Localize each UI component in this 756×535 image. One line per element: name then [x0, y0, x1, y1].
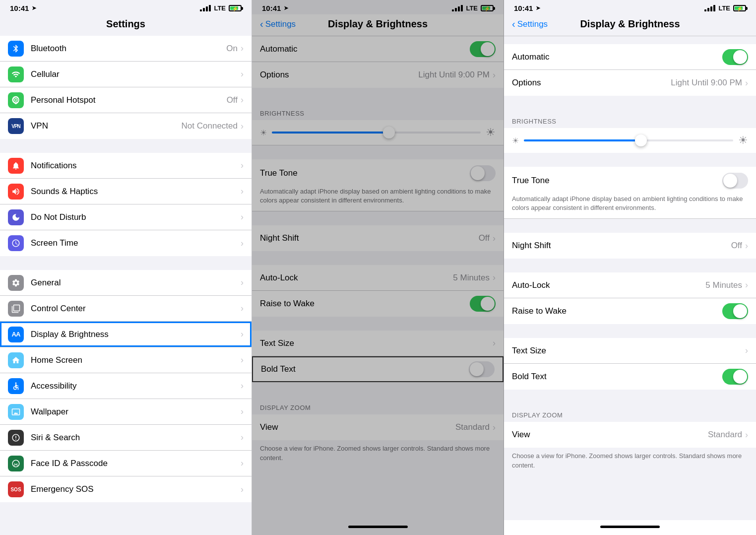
brightness-track-3[interactable] [524, 139, 733, 141]
boldtext-row-3[interactable]: Bold Text [504, 364, 756, 390]
back-chevron-2: ‹ [260, 18, 263, 30]
raisetowake-row-3[interactable]: Raise to Wake [504, 298, 756, 324]
settings-list: Bluetooth On › Cellular › Personal Hotsp… [0, 36, 252, 535]
status-bar-2: 10:41 ➤ LTE ⚡ [252, 0, 504, 14]
signal-bars-3 [704, 5, 715, 11]
truetone-row-3[interactable]: True Tone [504, 167, 756, 195]
brightness-row-2[interactable]: ☀ ☀ [252, 120, 504, 145]
textsize-row-3[interactable]: Text Size › [504, 338, 756, 364]
view-label-2: View [260, 422, 455, 432]
view-row-2[interactable]: View Standard › [252, 414, 504, 440]
options-row-2[interactable]: Options Light Until 9:00 PM › [252, 62, 504, 88]
status-right-3: LTE ⚡ [704, 4, 746, 12]
sounds-row[interactable]: Sounds & Haptics › [0, 179, 252, 204]
general-label: General [31, 278, 241, 288]
bluetooth-chevron: › [241, 43, 244, 54]
raisetowake-row-2[interactable]: Raise to Wake [252, 291, 504, 317]
section-gap-2 [0, 256, 252, 270]
signal-bar-10 [707, 8, 709, 11]
display-section: General › Control Center › AA Display & … [0, 270, 252, 502]
automatic-toggle-3[interactable] [722, 49, 748, 65]
gap-2-3 [504, 153, 756, 167]
brightness-track-2[interactable] [272, 132, 481, 134]
display-panel-2: 10:41 ➤ LTE ⚡ ‹ Settings Display & Brigh… [252, 0, 504, 535]
signal-bar-8 [461, 5, 463, 11]
sos-icon: SOS [8, 481, 24, 497]
status-right-2: LTE ⚡ [452, 4, 494, 12]
location-icon-2: ➤ [284, 5, 288, 11]
options-value-3: Light Until 9:00 PM [671, 78, 742, 88]
raisetowake-toggle-2[interactable] [470, 296, 496, 312]
gap-5-3 [504, 324, 756, 338]
truetone-label-3: True Tone [512, 176, 722, 186]
textsize-label-3: Text Size [512, 346, 745, 356]
siri-label: Siri & Search [31, 433, 241, 443]
controlcenter-row[interactable]: Control Center › [0, 296, 252, 322]
screentime-row[interactable]: Screen Time › [0, 230, 252, 256]
automatic-row-2[interactable]: Automatic [252, 36, 504, 62]
back-button-3[interactable]: ‹ Settings [512, 18, 548, 30]
autolock-row-2[interactable]: Auto-Lock 5 Minutes › [252, 265, 504, 291]
boldtext-row-2[interactable]: Bold Text [252, 356, 504, 382]
screentime-icon [8, 235, 24, 251]
wallpaper-row[interactable]: Wallpaper › [0, 399, 252, 425]
homescreen-row[interactable]: Home Screen › [0, 347, 252, 373]
autolock-section-3: Auto-Lock 5 Minutes › Raise to Wake [504, 272, 756, 324]
displayzoom-header-2: DISPLAY ZOOM [252, 396, 504, 414]
automatic-row-3[interactable]: Automatic [504, 44, 756, 70]
accessibility-row[interactable]: Accessibility › [0, 373, 252, 399]
dnd-row[interactable]: Do Not Disturb › [0, 204, 252, 230]
status-bar-1: 10:41 ➤ LTE ⚡ [0, 0, 252, 14]
back-button-2[interactable]: ‹ Settings [260, 18, 296, 30]
raisetowake-toggle-3[interactable] [722, 303, 748, 319]
back-chevron-3: ‹ [512, 18, 515, 30]
homescreen-label: Home Screen [31, 355, 241, 365]
boldtext-toggle-2[interactable] [469, 361, 495, 377]
sos-chevron: › [241, 484, 244, 495]
screentime-label: Screen Time [31, 238, 241, 248]
hotspot-row[interactable]: Personal Hotspot Off › [0, 87, 252, 113]
settings-panel: 10:41 ➤ LTE ⚡ Settings [0, 0, 252, 535]
autolock-row-3[interactable]: Auto-Lock 5 Minutes › [504, 272, 756, 298]
textsize-label-2: Text Size [260, 338, 493, 348]
dnd-icon [8, 209, 24, 225]
controlcenter-icon [8, 301, 24, 317]
boldtext-toggle-3[interactable] [722, 369, 748, 385]
truetone-toggle-3[interactable] [722, 173, 748, 189]
automatic-toggle-2[interactable] [470, 41, 496, 57]
view-row-3[interactable]: View Standard › [504, 422, 756, 448]
truetone-row-2[interactable]: True Tone [252, 159, 504, 187]
nightshift-row-3[interactable]: Night Shift Off › [504, 233, 756, 259]
siri-row[interactable]: Siri & Search › [0, 425, 252, 451]
brightness-row-3[interactable]: ☀ ☀ [504, 128, 756, 153]
nightshift-chevron-3: › [745, 241, 748, 251]
brightness-fill-2 [272, 132, 387, 134]
accessibility-chevron: › [241, 381, 244, 391]
signal-bar-1 [200, 9, 202, 11]
status-bar-3: 10:41 ➤ LTE ⚡ [504, 0, 756, 14]
cellular-row[interactable]: Cellular › [0, 62, 252, 87]
view-label-3: View [512, 430, 708, 440]
lte-label-2: LTE [466, 4, 478, 12]
bluetooth-row[interactable]: Bluetooth On › [0, 36, 252, 62]
vpn-icon: VPN [8, 118, 24, 134]
signal-bar-7 [458, 6, 460, 11]
general-row[interactable]: General › [0, 270, 252, 296]
nightshift-row-2[interactable]: Night Shift Off › [252, 225, 504, 251]
display-content-2: Automatic Options Light Until 9:00 PM › … [252, 36, 504, 520]
view-chevron-3: › [745, 430, 748, 440]
status-left-1: 10:41 ➤ [10, 4, 36, 12]
dnd-label: Do Not Disturb [31, 212, 241, 222]
homescreen-chevron: › [241, 355, 244, 365]
truetone-toggle-2[interactable] [470, 165, 496, 181]
options-row-3[interactable]: Options Light Until 9:00 PM › [504, 70, 756, 96]
faceid-row[interactable]: Face ID & Passcode › [0, 451, 252, 476]
sos-row[interactable]: SOS Emergency SOS › [0, 476, 252, 502]
textsize-row-2[interactable]: Text Size › [252, 331, 504, 356]
vpn-row[interactable]: VPN VPN Not Connected › [0, 113, 252, 139]
displaybrightness-row[interactable]: AA Display & Brightness › [0, 322, 252, 347]
boldtext-knob-3 [733, 370, 747, 384]
display-content-3: Automatic Options Light Until 9:00 PM › … [504, 36, 756, 520]
notifications-row[interactable]: Notifications › [0, 153, 252, 179]
sounds-chevron: › [241, 186, 244, 197]
